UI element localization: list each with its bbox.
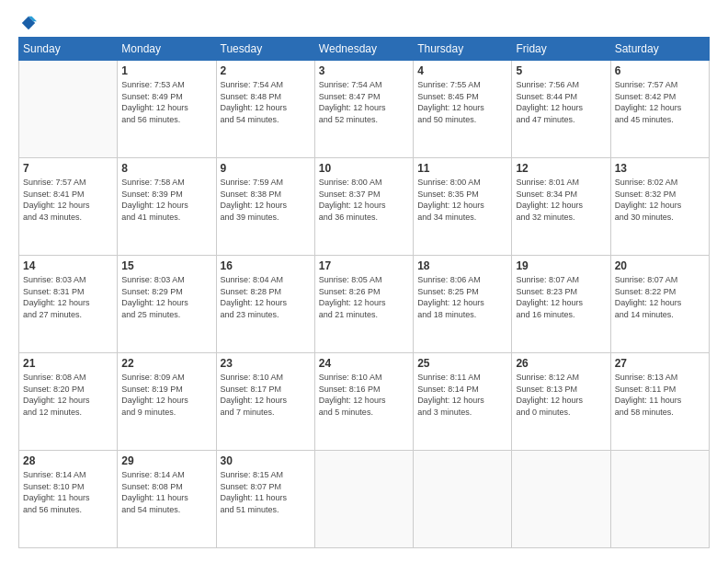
day-info: Sunrise: 7:54 AM Sunset: 8:48 PM Dayligh… xyxy=(221,79,311,125)
day-info: Sunrise: 8:13 AM Sunset: 8:11 PM Dayligh… xyxy=(615,372,705,418)
logo-icon xyxy=(20,15,37,31)
day-info: Sunrise: 8:10 AM Sunset: 8:17 PM Dayligh… xyxy=(221,372,311,418)
day-info: Sunrise: 7:57 AM Sunset: 8:41 PM Dayligh… xyxy=(23,177,113,223)
day-number: 21 xyxy=(23,357,113,370)
calendar-cell: 4Sunrise: 7:55 AM Sunset: 8:45 PM Daylig… xyxy=(414,61,512,158)
day-info: Sunrise: 8:11 AM Sunset: 8:14 PM Dayligh… xyxy=(417,372,507,418)
calendar-cell: 5Sunrise: 7:56 AM Sunset: 8:44 PM Daylig… xyxy=(512,61,610,158)
day-info: Sunrise: 8:03 AM Sunset: 8:31 PM Dayligh… xyxy=(23,274,113,320)
day-info: Sunrise: 8:00 AM Sunset: 8:35 PM Dayligh… xyxy=(417,177,507,223)
calendar-cell: 8Sunrise: 7:58 AM Sunset: 8:39 PM Daylig… xyxy=(118,158,216,256)
day-number: 15 xyxy=(121,259,211,272)
calendar-cell: 28Sunrise: 8:14 AM Sunset: 8:10 PM Dayli… xyxy=(19,451,118,548)
day-number: 25 xyxy=(417,357,507,370)
day-number: 5 xyxy=(516,64,606,77)
day-number: 2 xyxy=(221,64,311,77)
day-info: Sunrise: 8:14 AM Sunset: 8:08 PM Dayligh… xyxy=(121,469,211,515)
weekday-header-sunday: Sunday xyxy=(19,38,118,61)
day-number: 1 xyxy=(121,64,211,77)
day-number: 19 xyxy=(516,259,606,272)
calendar-cell: 7Sunrise: 7:57 AM Sunset: 8:41 PM Daylig… xyxy=(19,158,118,256)
day-info: Sunrise: 8:10 AM Sunset: 8:16 PM Dayligh… xyxy=(319,372,409,418)
calendar-cell: 27Sunrise: 8:13 AM Sunset: 8:11 PM Dayli… xyxy=(610,353,709,451)
day-number: 29 xyxy=(121,454,211,467)
day-info: Sunrise: 8:05 AM Sunset: 8:26 PM Dayligh… xyxy=(319,274,409,320)
day-number: 3 xyxy=(319,64,409,77)
calendar-cell: 12Sunrise: 8:01 AM Sunset: 8:34 PM Dayli… xyxy=(512,158,610,256)
calendar-cell: 19Sunrise: 8:07 AM Sunset: 8:23 PM Dayli… xyxy=(512,256,610,353)
calendar-cell xyxy=(414,451,512,548)
calendar-cell xyxy=(512,451,610,548)
calendar-cell: 17Sunrise: 8:05 AM Sunset: 8:26 PM Dayli… xyxy=(314,256,413,353)
calendar-cell: 14Sunrise: 8:03 AM Sunset: 8:31 PM Dayli… xyxy=(19,256,118,353)
day-info: Sunrise: 8:01 AM Sunset: 8:34 PM Dayligh… xyxy=(516,177,606,223)
day-info: Sunrise: 8:00 AM Sunset: 8:37 PM Dayligh… xyxy=(319,177,409,223)
weekday-header-friday: Friday xyxy=(512,38,610,61)
calendar-cell: 2Sunrise: 7:54 AM Sunset: 8:48 PM Daylig… xyxy=(216,61,314,158)
calendar-cell: 15Sunrise: 8:03 AM Sunset: 8:29 PM Dayli… xyxy=(118,256,216,353)
week-row-5: 28Sunrise: 8:14 AM Sunset: 8:10 PM Dayli… xyxy=(19,451,710,548)
calendar-cell: 6Sunrise: 7:57 AM Sunset: 8:42 PM Daylig… xyxy=(610,61,709,158)
week-row-2: 7Sunrise: 7:57 AM Sunset: 8:41 PM Daylig… xyxy=(19,158,710,256)
calendar-cell xyxy=(314,451,413,548)
logo xyxy=(18,15,37,28)
calendar-cell: 13Sunrise: 8:02 AM Sunset: 8:32 PM Dayli… xyxy=(610,158,709,256)
calendar-cell xyxy=(19,61,118,158)
day-info: Sunrise: 7:55 AM Sunset: 8:45 PM Dayligh… xyxy=(417,79,507,125)
calendar-cell: 30Sunrise: 8:15 AM Sunset: 8:07 PM Dayli… xyxy=(216,451,314,548)
calendar-cell xyxy=(610,451,709,548)
calendar-cell: 10Sunrise: 8:00 AM Sunset: 8:37 PM Dayli… xyxy=(314,158,413,256)
day-info: Sunrise: 7:59 AM Sunset: 8:38 PM Dayligh… xyxy=(221,177,311,223)
day-info: Sunrise: 8:02 AM Sunset: 8:32 PM Dayligh… xyxy=(615,177,705,223)
day-number: 27 xyxy=(615,357,705,370)
day-info: Sunrise: 7:54 AM Sunset: 8:47 PM Dayligh… xyxy=(319,79,409,125)
week-row-1: 1Sunrise: 7:53 AM Sunset: 8:49 PM Daylig… xyxy=(19,61,710,158)
day-info: Sunrise: 8:07 AM Sunset: 8:22 PM Dayligh… xyxy=(615,274,705,320)
calendar-cell: 11Sunrise: 8:00 AM Sunset: 8:35 PM Dayli… xyxy=(414,158,512,256)
day-number: 17 xyxy=(319,259,409,272)
calendar-cell: 1Sunrise: 7:53 AM Sunset: 8:49 PM Daylig… xyxy=(118,61,216,158)
calendar-cell: 24Sunrise: 8:10 AM Sunset: 8:16 PM Dayli… xyxy=(314,353,413,451)
day-number: 8 xyxy=(121,162,211,175)
weekday-header-row: SundayMondayTuesdayWednesdayThursdayFrid… xyxy=(19,38,710,61)
calendar-cell: 23Sunrise: 8:10 AM Sunset: 8:17 PM Dayli… xyxy=(216,353,314,451)
day-number: 18 xyxy=(417,259,507,272)
calendar-cell: 18Sunrise: 8:06 AM Sunset: 8:25 PM Dayli… xyxy=(414,256,512,353)
day-number: 22 xyxy=(121,357,211,370)
week-row-3: 14Sunrise: 8:03 AM Sunset: 8:31 PM Dayli… xyxy=(19,256,710,353)
header xyxy=(18,15,710,28)
calendar-cell: 22Sunrise: 8:09 AM Sunset: 8:19 PM Dayli… xyxy=(118,353,216,451)
weekday-header-saturday: Saturday xyxy=(610,38,709,61)
day-info: Sunrise: 8:12 AM Sunset: 8:13 PM Dayligh… xyxy=(516,372,606,418)
day-info: Sunrise: 8:14 AM Sunset: 8:10 PM Dayligh… xyxy=(23,469,113,515)
weekday-header-tuesday: Tuesday xyxy=(216,38,314,61)
calendar-cell: 9Sunrise: 7:59 AM Sunset: 8:38 PM Daylig… xyxy=(216,158,314,256)
day-number: 26 xyxy=(516,357,606,370)
day-number: 9 xyxy=(221,162,311,175)
calendar-cell: 16Sunrise: 8:04 AM Sunset: 8:28 PM Dayli… xyxy=(216,256,314,353)
day-info: Sunrise: 7:56 AM Sunset: 8:44 PM Dayligh… xyxy=(516,79,606,125)
week-row-4: 21Sunrise: 8:08 AM Sunset: 8:20 PM Dayli… xyxy=(19,353,710,451)
day-number: 7 xyxy=(23,162,113,175)
day-info: Sunrise: 7:53 AM Sunset: 8:49 PM Dayligh… xyxy=(121,79,211,125)
day-number: 12 xyxy=(516,162,606,175)
page: SundayMondayTuesdayWednesdayThursdayFrid… xyxy=(0,0,728,563)
day-number: 4 xyxy=(417,64,507,77)
day-number: 10 xyxy=(319,162,409,175)
day-info: Sunrise: 8:07 AM Sunset: 8:23 PM Dayligh… xyxy=(516,274,606,320)
day-number: 14 xyxy=(23,259,113,272)
day-number: 23 xyxy=(221,357,311,370)
weekday-header-monday: Monday xyxy=(118,38,216,61)
day-info: Sunrise: 8:06 AM Sunset: 8:25 PM Dayligh… xyxy=(417,274,507,320)
day-number: 11 xyxy=(417,162,507,175)
weekday-header-wednesday: Wednesday xyxy=(314,38,413,61)
calendar-cell: 3Sunrise: 7:54 AM Sunset: 8:47 PM Daylig… xyxy=(314,61,413,158)
calendar-cell: 21Sunrise: 8:08 AM Sunset: 8:20 PM Dayli… xyxy=(19,353,118,451)
calendar-cell: 29Sunrise: 8:14 AM Sunset: 8:08 PM Dayli… xyxy=(118,451,216,548)
day-info: Sunrise: 7:58 AM Sunset: 8:39 PM Dayligh… xyxy=(121,177,211,223)
day-number: 6 xyxy=(615,64,705,77)
day-number: 28 xyxy=(23,454,113,467)
day-number: 30 xyxy=(221,454,311,467)
weekday-header-thursday: Thursday xyxy=(414,38,512,61)
calendar-cell: 25Sunrise: 8:11 AM Sunset: 8:14 PM Dayli… xyxy=(414,353,512,451)
